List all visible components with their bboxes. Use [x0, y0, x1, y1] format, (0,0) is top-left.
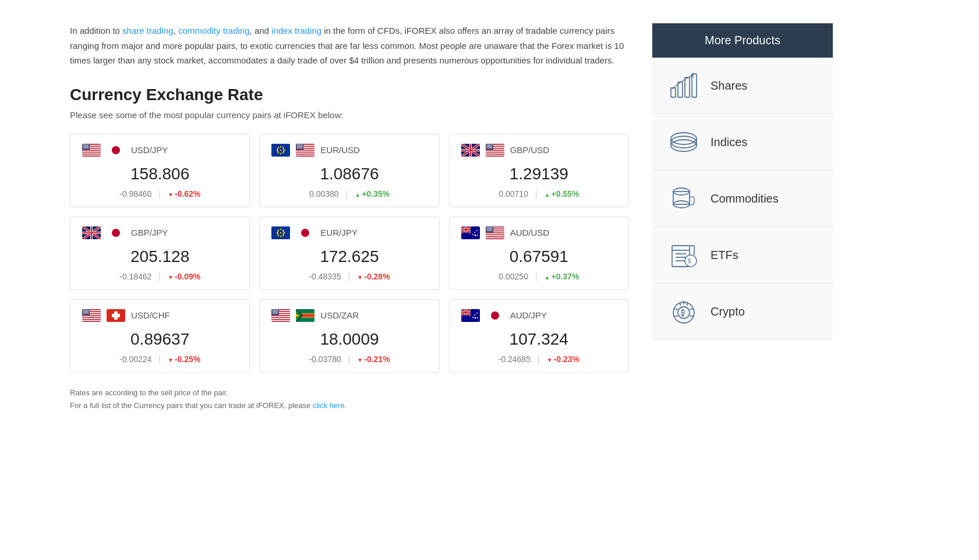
svg-rect-92 — [486, 153, 504, 154]
svg-point-247 — [273, 312, 274, 313]
svg-point-98 — [490, 144, 491, 144]
share-trading-link[interactable]: share trading — [122, 26, 174, 36]
currency-card[interactable]: USD/ZAR 18.0009 -0.03780 | -0.21% — [259, 299, 439, 373]
currency-card[interactable]: GBP/USD 1.29139 0.00710 | +0.55% — [449, 134, 629, 207]
change-abs: -0.24685 — [499, 355, 531, 364]
svg-point-108 — [492, 146, 492, 146]
svg-point-216 — [87, 312, 88, 313]
svg-point-117 — [492, 147, 492, 148]
svg-point-101 — [488, 145, 489, 146]
currency-change: 0.00250 | +0.37% — [461, 272, 617, 281]
change-abs: 0.00710 — [499, 189, 528, 199]
svg-point-159 — [472, 234, 473, 235]
pair-name: USD/CHF — [131, 310, 170, 320]
svg-rect-196 — [82, 318, 101, 319]
svg-point-9 — [84, 144, 85, 144]
svg-point-27 — [84, 147, 85, 148]
svg-point-57 — [299, 144, 300, 144]
svg-text:$: $ — [688, 258, 691, 264]
sidebar-item-indices[interactable]: Indices — [652, 114, 833, 171]
svg-point-15 — [86, 145, 87, 146]
svg-rect-283 — [685, 77, 690, 97]
svg-point-137 — [278, 235, 279, 236]
currency-card-header: USD/CHF — [82, 309, 238, 322]
click-here-link[interactable]: click here — [313, 401, 345, 410]
currency-card[interactable]: USD/CHF 0.89637 -0.00224 | -0.25% — [70, 299, 250, 373]
svg-point-201 — [86, 309, 86, 310]
svg-point-220 — [87, 313, 87, 313]
currency-card[interactable]: AUD/USD 0.67591 0.00250 | +0.37% — [449, 217, 629, 290]
svg-point-19 — [86, 146, 86, 146]
svg-point-71 — [300, 147, 301, 147]
commodity-trading-link[interactable]: commodity trading — [178, 26, 250, 36]
svg-point-140 — [283, 231, 284, 232]
svg-rect-164 — [486, 233, 504, 234]
svg-point-187 — [487, 230, 488, 231]
change-pct: +0.35% — [355, 189, 390, 199]
currency-change: -0.48335 | -0.28% — [271, 272, 427, 281]
svg-point-176 — [491, 228, 492, 228]
currency-change: -0.03780 | -0.21% — [271, 355, 427, 364]
svg-point-207 — [87, 310, 88, 311]
currency-card[interactable]: EUR/USD 1.08676 0.00380 | +0.35% — [259, 134, 439, 207]
currency-card[interactable]: AUD/JPY 107.324 -0.24685 | -0.23% — [449, 299, 629, 373]
flag-icon-1 — [271, 309, 290, 322]
svg-point-69 — [298, 147, 298, 147]
svg-point-114 — [487, 147, 488, 148]
currency-card[interactable]: USD/JPY 158.806 -0.98460 | -0.62% — [70, 134, 250, 207]
svg-point-204 — [83, 310, 84, 311]
svg-rect-229 — [271, 316, 290, 317]
svg-point-237 — [278, 309, 278, 310]
svg-point-8 — [83, 144, 83, 144]
pair-name: USD/JPY — [131, 145, 168, 155]
svg-rect-231 — [271, 320, 290, 321]
indices-icon — [669, 128, 699, 156]
svg-point-185 — [491, 229, 492, 230]
svg-point-274 — [474, 317, 476, 318]
svg-point-29 — [87, 147, 87, 148]
sidebar-item-label: Shares — [711, 79, 747, 93]
svg-point-215 — [86, 312, 87, 313]
currency-change: -0.98460 | -0.62% — [82, 189, 238, 199]
svg-point-171 — [490, 226, 491, 227]
pair-name: GBP/USD — [510, 145, 550, 155]
svg-point-23 — [85, 147, 86, 147]
svg-point-276 — [477, 317, 478, 318]
currency-value: 107.324 — [461, 330, 617, 349]
svg-point-75 — [299, 147, 300, 148]
svg-point-168 — [486, 226, 487, 227]
flag-icon-1 — [271, 144, 290, 157]
currency-card[interactable]: GBP/JPY 205.128 -0.18462 | -0.09% — [70, 217, 250, 290]
svg-point-58 — [301, 144, 301, 144]
svg-point-41 — [278, 152, 279, 153]
flag-icon-1 — [82, 309, 101, 322]
svg-point-172 — [492, 226, 492, 227]
svg-point-144 — [301, 229, 309, 237]
svg-point-246 — [278, 311, 278, 311]
svg-point-245 — [276, 311, 277, 311]
sidebar-item-shares[interactable]: Shares — [652, 58, 833, 114]
svg-point-142 — [283, 233, 284, 234]
svg-point-45 — [277, 150, 278, 151]
svg-point-68 — [302, 146, 303, 146]
flag-icon-1 — [82, 144, 101, 157]
currency-value: 1.08676 — [271, 165, 427, 183]
svg-point-106 — [489, 146, 489, 146]
svg-point-189 — [490, 230, 491, 231]
index-trading-link[interactable]: index trading — [271, 26, 321, 36]
currency-change: -0.00224 | -0.25% — [82, 355, 238, 364]
sidebar-item-commodities[interactable]: Commodities — [652, 171, 833, 227]
svg-point-177 — [486, 228, 487, 229]
flag-icon-2 — [486, 144, 504, 157]
svg-point-56 — [298, 144, 299, 144]
sidebar-item-crypto[interactable]: ₿ Crypto — [652, 283, 833, 340]
svg-point-59 — [302, 144, 303, 144]
svg-rect-166 — [486, 237, 504, 238]
svg-point-103 — [491, 145, 492, 146]
currency-card[interactable]: EUR/JPY 172.625 -0.48335 | -0.28% — [259, 217, 439, 290]
svg-point-141 — [277, 233, 278, 234]
svg-point-72 — [301, 147, 302, 147]
sidebar-item-label: ETFs — [711, 249, 738, 262]
sidebar-item-etfs[interactable]: $ ETFs — [652, 227, 833, 283]
svg-point-115 — [489, 147, 489, 148]
